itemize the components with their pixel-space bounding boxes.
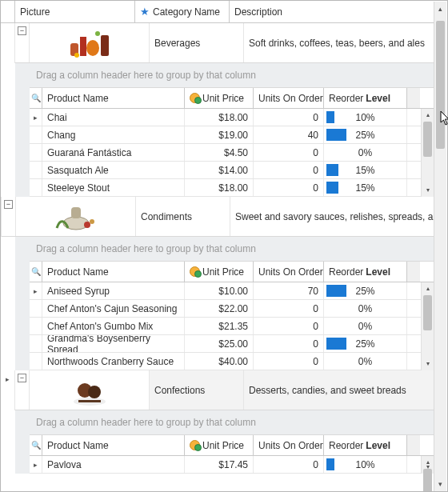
category-row[interactable]: − BeveragesSoft drinks, coffees, teas, b… [15,23,434,63]
column-header-reorder-level[interactable]: ReorderLevel [324,88,407,108]
search-column-header[interactable]: 🔍 [30,88,42,108]
group-panel[interactable]: Drag a column header here to group by th… [30,410,434,435]
cell-reorder-level[interactable]: 15% [324,162,407,178]
column-header-unit-price[interactable]: Unit Price [185,435,254,455]
column-header-units-on-order[interactable]: Units On Order [254,262,324,282]
cell-unit-price[interactable]: $18.00 [185,179,254,196]
cell-product-name[interactable]: Chai [42,109,185,126]
cell-reorder-level[interactable]: 25% [324,335,407,352]
cell-reorder-level[interactable]: 0% [324,144,407,161]
table-row[interactable]: Grandma's Boysenberry Spread$25.00025% [30,335,421,353]
expand-cell[interactable]: − [15,23,30,62]
cell-reorder-level[interactable]: 10% [324,109,407,126]
column-header-unit-price[interactable]: Unit Price [185,262,254,282]
table-row[interactable]: Chef Anton's Gumbo Mix$21.3500% [30,318,421,335]
expand-cell[interactable]: − [2,197,16,236]
column-header-reorder-level[interactable]: ReorderLevel [324,435,407,455]
search-column-header[interactable]: 🔍 [30,262,42,282]
collapse-icon[interactable]: − [18,26,26,35]
cell-description[interactable]: Sweet and savory sauces, relishes, sprea… [230,197,434,236]
table-row[interactable]: Chef Anton's Cajun Seasoning$22.0000% [30,300,421,318]
cell-units-on-order[interactable]: 0 [254,179,324,196]
scroll-thumb[interactable] [436,21,445,149]
cell-units-on-order[interactable]: 0 [254,300,324,317]
scroll-up-arrow-icon[interactable]: ▴ [422,282,434,295]
cell-product-name[interactable]: Grandma's Boysenberry Spread [42,335,185,352]
cell-reorder-level[interactable]: 10% [324,456,407,473]
cell-units-on-order[interactable]: 40 [254,126,324,143]
column-header-unit-price[interactable]: Unit Price [185,88,254,108]
group-panel[interactable]: Drag a column header here to group by th… [30,237,434,262]
table-row[interactable]: Sasquatch Ale$14.00015% [30,162,421,179]
group-panel[interactable]: Drag a column header here to group by th… [30,63,434,88]
cell-description[interactable]: Desserts, candies, and sweet breads [244,370,434,410]
cell-unit-price[interactable]: $17.45 [185,456,254,473]
cell-product-name[interactable]: Chang [42,126,185,143]
cell-unit-price[interactable]: $22.00 [185,300,254,317]
table-row[interactable]: Chang$19.004025% [30,126,421,144]
cell-unit-price[interactable]: $14.00 [185,162,254,178]
cell-unit-price[interactable]: $21.35 [185,318,254,334]
cell-units-on-order[interactable]: 0 [254,353,324,370]
scroll-thumb[interactable] [423,122,432,157]
column-header-product-name[interactable]: Product Name [42,88,185,108]
cell-reorder-level[interactable]: 25% [324,126,407,143]
scroll-down-arrow-icon[interactable]: ▾ [422,184,434,197]
cell-category-name[interactable]: Beverages [150,23,244,62]
scroll-up-arrow-icon[interactable]: ▴ [422,109,434,122]
collapse-icon[interactable]: − [4,200,13,209]
scroll-down-arrow-icon[interactable]: ▾ [422,358,434,370]
column-header-category-name[interactable]: ★ Category Name [135,1,230,22]
cell-reorder-level[interactable]: 0% [324,353,407,370]
cell-units-on-order[interactable]: 0 [254,162,324,178]
cell-units-on-order[interactable]: 70 [254,282,324,299]
column-header-units-on-order[interactable]: Units On Order [254,88,324,108]
table-row[interactable]: ▸Chai$18.00010% [30,109,421,126]
column-header-product-name[interactable]: Product Name [42,262,185,282]
column-header-description[interactable]: Description [230,1,434,22]
cell-reorder-level[interactable]: 15% [324,179,407,196]
table-row[interactable]: ▸Pavlova$17.45010% [30,456,421,474]
detail-vertical-scrollbar[interactable]: ▴▾ [421,282,434,370]
cell-product-name[interactable]: Guaraná Fantástica [42,144,185,161]
cell-reorder-level[interactable]: 0% [324,300,407,317]
expand-cell[interactable]: − [15,370,30,410]
category-row[interactable]: − CondimentsSweet and savory sauces, rel… [2,197,434,237]
collapse-icon[interactable]: − [18,374,26,382]
table-row[interactable]: Guaraná Fantástica$4.5000% [30,144,421,162]
cell-units-on-order[interactable]: 0 [254,456,324,473]
cell-product-name[interactable]: Chef Anton's Gumbo Mix [42,318,185,334]
cell-category-name[interactable]: Confections [150,370,244,410]
cell-category-name[interactable]: Condiments [136,197,230,236]
cell-unit-price[interactable]: $25.00 [185,335,254,352]
cell-unit-price[interactable]: $4.50 [185,144,254,161]
cell-units-on-order[interactable]: 0 [254,144,324,161]
cell-product-name[interactable]: Chef Anton's Cajun Seasoning [42,300,185,317]
cell-reorder-level[interactable]: 0% [324,318,407,334]
search-column-header[interactable]: 🔍 [30,435,42,455]
cell-unit-price[interactable]: $18.00 [185,109,254,126]
cell-product-name[interactable]: Steeleye Stout [42,179,185,196]
cell-description[interactable]: Soft drinks, coffees, teas, beers, and a… [244,23,434,62]
column-header-units-on-order[interactable]: Units On Order [254,435,324,455]
cell-product-name[interactable]: Aniseed Syrup [42,282,185,299]
cell-unit-price[interactable]: $19.00 [185,126,254,143]
detail-vertical-scrollbar[interactable]: ▴▾ [421,109,434,197]
table-row[interactable]: Steeleye Stout$18.00015% [30,179,421,197]
column-header-picture[interactable]: Picture [15,1,135,22]
cell-product-name[interactable]: Pavlova [42,456,185,473]
cell-product-name[interactable]: Northwoods Cranberry Sauce [42,353,185,370]
scroll-down-arrow-icon[interactable]: ▾ [434,477,446,491]
column-header-product-name[interactable]: Product Name [42,435,185,455]
detail-vertical-scrollbar[interactable]: ▴▾ [421,456,434,474]
column-header-reorder-level[interactable]: ReorderLevel [324,262,407,282]
scroll-up-arrow-icon[interactable]: ▴ [434,2,446,16]
cell-product-name[interactable]: Sasquatch Ale [42,162,185,178]
cell-unit-price[interactable]: $10.00 [185,282,254,299]
category-row[interactable]: − ConfectionsDesserts, candies, and swee… [15,370,434,410]
cell-units-on-order[interactable]: 0 [254,109,324,126]
cell-units-on-order[interactable]: 0 [254,318,324,334]
cell-units-on-order[interactable]: 0 [254,335,324,352]
table-row[interactable]: ▸Aniseed Syrup$10.007025% [30,282,421,300]
cell-unit-price[interactable]: $40.00 [185,353,254,370]
